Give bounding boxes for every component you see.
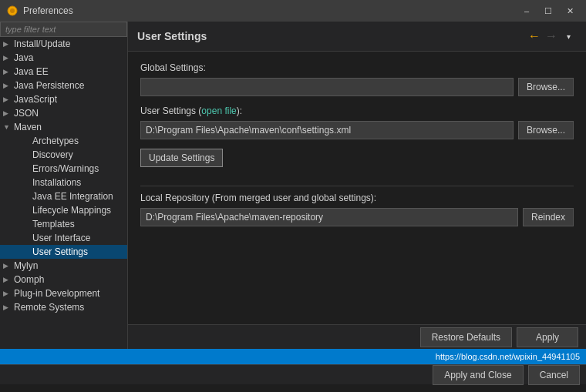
window-title: Preferences [23, 5, 517, 16]
global-settings-browse-button[interactable]: Browse... [518, 78, 574, 96]
sidebar-item-label: Discovery [32, 149, 124, 160]
content-body: Global Settings: Browse... User Settings… [128, 52, 586, 324]
sidebar: ▶ Install/Update ▶ Java ▶ Java EE ▶ Java… [0, 22, 128, 349]
page-title: User Settings [137, 30, 526, 42]
sidebar-item-lifecycle-mappings[interactable]: Lifecycle Mappings [0, 203, 127, 217]
apply-button[interactable]: Apply [517, 327, 578, 347]
user-settings-browse-button[interactable]: Browse... [518, 121, 574, 139]
sidebar-item-java-ee[interactable]: ▶ Java EE [0, 65, 127, 79]
apply-close-button[interactable]: Apply and Close [433, 365, 523, 385]
global-settings-input[interactable] [140, 78, 514, 96]
window-controls: – ☐ ✕ [517, 3, 580, 18]
nav-dropdown-button[interactable]: ▾ [560, 28, 577, 45]
local-repo-input[interactable] [140, 208, 518, 226]
chevron-right-icon: ▶ [3, 68, 14, 75]
chevron-right-icon: ▶ [3, 40, 14, 48]
app-icon [6, 5, 19, 17]
sidebar-item-install-update[interactable]: ▶ Install/Update [0, 37, 127, 51]
sidebar-item-label: Install/Update [14, 39, 124, 49]
chevron-right-icon: ▶ [3, 82, 14, 89]
sidebar-item-label: Plug-in Development [14, 288, 124, 299]
sidebar-item-label: Oomph [14, 274, 124, 285]
sidebar-item-label: JSON [14, 108, 124, 119]
arrow-left-icon: ← [528, 29, 541, 43]
sidebar-item-errors-warnings[interactable]: Errors/Warnings [0, 162, 127, 176]
status-bar: https://blog.csdn.net/wpixin_44941105 [0, 349, 586, 364]
chevron-right-icon: ▶ [3, 262, 14, 270]
sidebar-item-label: Maven [14, 122, 124, 132]
sidebar-item-java-persistence[interactable]: ▶ Java Persistence [0, 79, 127, 92]
chevron-down-icon: ▼ [3, 123, 14, 131]
user-settings-label: User Settings (open file): [140, 106, 574, 116]
sidebar-item-templates[interactable]: Templates [0, 217, 127, 231]
sidebar-item-oomph[interactable]: ▶ Oomph [0, 273, 127, 286]
sidebar-item-label: User Interface [32, 233, 124, 243]
sidebar-item-remote-systems[interactable]: ▶ Remote Systems [0, 300, 127, 314]
chevron-down-icon: ▾ [567, 32, 571, 41]
filter-input[interactable] [0, 22, 127, 37]
status-url: https://blog.csdn.net/wpixin_44941105 [436, 352, 580, 361]
dialog-buttons: Apply and Close Cancel [0, 364, 586, 384]
sidebar-item-user-settings[interactable]: User Settings [0, 245, 127, 259]
sidebar-item-label: Remote Systems [14, 302, 124, 313]
sidebar-item-label: Installations [32, 177, 124, 188]
sidebar-item-label: Mylyn [14, 260, 124, 271]
user-settings-input[interactable] [140, 121, 514, 139]
maximize-button[interactable]: ☐ [538, 3, 558, 18]
sidebar-item-label: Errors/Warnings [32, 163, 124, 174]
local-repo-row: Reindex [140, 208, 574, 226]
sidebar-item-javascript[interactable]: ▶ JavaScript [0, 92, 127, 106]
svg-point-1 [10, 8, 15, 13]
global-settings-label: Global Settings: [140, 62, 574, 73]
sidebar-item-label: Java Persistence [14, 80, 124, 91]
sidebar-item-maven[interactable]: ▼ Maven [0, 120, 127, 134]
action-bar: Restore Defaults Apply [128, 324, 586, 349]
chevron-right-icon: ▶ [3, 95, 14, 103]
global-settings-row: Browse... [140, 78, 574, 96]
nav-forward-button[interactable]: → [543, 28, 560, 45]
sidebar-item-label: JavaScript [14, 94, 124, 105]
sidebar-item-installations[interactable]: Installations [0, 176, 127, 189]
chevron-right-icon: ▶ [3, 290, 14, 297]
content-area: User Settings ← → ▾ Global Settings: Bro… [128, 22, 586, 349]
user-settings-row: Browse... [140, 121, 574, 139]
sidebar-item-label: Archetypes [32, 136, 124, 146]
reindex-button[interactable]: Reindex [523, 208, 574, 226]
sidebar-item-user-interface[interactable]: User Interface [0, 231, 127, 245]
sidebar-item-label: Java [14, 52, 124, 63]
close-button[interactable]: ✕ [560, 3, 580, 18]
chevron-right-icon: ▶ [3, 54, 14, 62]
sidebar-item-label: Templates [32, 219, 124, 230]
cancel-button[interactable]: Cancel [528, 365, 580, 385]
chevron-right-icon: ▶ [3, 303, 14, 311]
chevron-right-icon: ▶ [3, 109, 14, 117]
chevron-right-icon: ▶ [3, 276, 14, 283]
sidebar-item-archetypes[interactable]: Archetypes [0, 134, 127, 148]
sidebar-item-java-ee-integration[interactable]: Java EE Integration [0, 189, 127, 203]
content-header: User Settings ← → ▾ [128, 22, 586, 52]
sidebar-item-label: Lifecycle Mappings [32, 205, 124, 216]
local-repo-label: Local Repository (From merged user and g… [140, 193, 574, 203]
arrow-right-icon: → [545, 29, 557, 43]
title-bar: Preferences – ☐ ✕ [0, 0, 586, 22]
sidebar-item-discovery[interactable]: Discovery [0, 148, 127, 162]
main-container: ▶ Install/Update ▶ Java ▶ Java EE ▶ Java… [0, 22, 586, 349]
divider [140, 186, 574, 186]
sidebar-item-mylyn[interactable]: ▶ Mylyn [0, 259, 127, 273]
restore-defaults-button[interactable]: Restore Defaults [420, 327, 512, 347]
sidebar-item-java[interactable]: ▶ Java [0, 51, 127, 65]
minimize-button[interactable]: – [517, 3, 537, 18]
sidebar-item-json[interactable]: ▶ JSON [0, 106, 127, 120]
update-settings-button[interactable]: Update Settings [140, 149, 223, 167]
sidebar-item-plugin-development[interactable]: ▶ Plug-in Development [0, 286, 127, 300]
sidebar-item-label: Java EE Integration [32, 191, 124, 202]
sidebar-item-label: Java EE [14, 66, 124, 77]
bottom-bar: https://blog.csdn.net/wpixin_44941105 Ap… [0, 349, 586, 384]
open-file-link[interactable]: open file [201, 106, 236, 116]
nav-back-button[interactable]: ← [526, 28, 543, 45]
sidebar-item-label: User Settings [32, 246, 124, 257]
